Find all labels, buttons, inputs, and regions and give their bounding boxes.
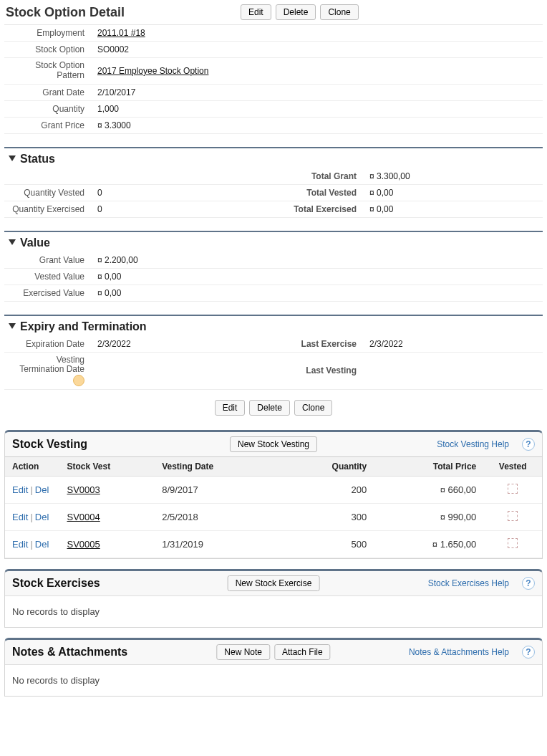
clone-button-footer[interactable]: Clone bbox=[294, 400, 332, 416]
col-total-price: Total Price bbox=[374, 457, 483, 477]
stock-vest-link[interactable]: SV0003 bbox=[67, 484, 100, 495]
section-title: Value bbox=[20, 236, 50, 249]
col-vested: Vested bbox=[483, 457, 542, 477]
quantity-cell: 500 bbox=[271, 531, 374, 558]
expiration-date-label: Expiration Date bbox=[4, 339, 97, 349]
svg-marker-0 bbox=[9, 155, 16, 161]
collapse-icon[interactable] bbox=[9, 155, 16, 163]
stock-vest-link[interactable]: SV0004 bbox=[67, 512, 100, 522]
edit-link[interactable]: Edit bbox=[12, 539, 28, 550]
svg-marker-2 bbox=[9, 323, 16, 329]
page-header: Stock Option Detail Edit Delete Clone bbox=[4, 1, 543, 25]
grant-price-value: ¤ 3.3000 bbox=[97, 120, 543, 130]
quantity-cell: 300 bbox=[271, 504, 374, 531]
del-link[interactable]: Del bbox=[35, 484, 49, 495]
footer-button-row: Edit Delete Clone bbox=[4, 390, 543, 420]
total-price-cell: ¤ 990,00 bbox=[374, 504, 483, 531]
col-stock-vest: Stock Vest bbox=[60, 457, 155, 477]
detail-block: Employment 2011.01 #18 Stock Option SO00… bbox=[4, 25, 543, 134]
col-quantity: Quantity bbox=[271, 457, 374, 477]
vested-value-label: Vested Value bbox=[4, 272, 97, 282]
qty-exercised-value: 0 bbox=[97, 204, 255, 214]
section-title: Status bbox=[20, 153, 55, 166]
attach-file-button[interactable]: Attach File bbox=[274, 644, 331, 660]
col-vesting-date: Vesting Date bbox=[155, 457, 271, 477]
vesting-term-date-label: VestingTermination Date bbox=[4, 355, 97, 387]
related-list-title: Stock Vesting bbox=[12, 438, 417, 451]
stock-vesting-table: Action Stock Vest Vesting Date Quantity … bbox=[5, 457, 542, 558]
del-link[interactable]: Del bbox=[35, 512, 49, 522]
total-price-cell: ¤ 1.650,00 bbox=[374, 531, 483, 558]
col-action: Action bbox=[5, 457, 60, 477]
total-grant-label: Total Grant bbox=[255, 171, 369, 181]
exercised-value-label: Exercised Value bbox=[4, 288, 97, 298]
total-exercised-label: Total Exercised bbox=[255, 204, 369, 214]
collapse-icon[interactable] bbox=[9, 239, 16, 247]
vesting-date-cell: 1/31/2019 bbox=[155, 531, 271, 558]
vested-checkbox bbox=[508, 538, 518, 548]
new-note-button[interactable]: New Note bbox=[216, 644, 270, 660]
total-price-cell: ¤ 660,00 bbox=[374, 477, 483, 504]
field-label: Grant Price bbox=[4, 120, 97, 130]
quantity-cell: 200 bbox=[271, 477, 374, 504]
stock-exercises-list: Stock Exercises Stock Exercises Help ? N… bbox=[4, 569, 543, 628]
total-exercised-value: ¤ 0,00 bbox=[369, 204, 543, 214]
stock-vesting-list: Stock Vesting Stock Vesting Help ? New S… bbox=[4, 430, 543, 559]
field-label: Grant Date bbox=[4, 87, 97, 97]
vesting-date-cell: 8/9/2017 bbox=[155, 477, 271, 504]
help-icon[interactable]: ? bbox=[522, 438, 535, 451]
new-stock-exercise-button[interactable]: New Stock Exercise bbox=[228, 575, 320, 591]
related-list-title: Notes & Attachments bbox=[12, 646, 389, 659]
vested-checkbox bbox=[508, 484, 518, 494]
section-title: Expiry and Termination bbox=[20, 320, 147, 333]
help-icon[interactable]: ? bbox=[522, 577, 535, 590]
qty-vested-value: 0 bbox=[97, 188, 255, 198]
expiry-section: Expiry and Termination Expiration Date 2… bbox=[4, 315, 543, 391]
svg-marker-1 bbox=[9, 239, 16, 245]
stock-vest-link[interactable]: SV0005 bbox=[67, 539, 100, 550]
employment-link[interactable]: 2011.01 #18 bbox=[97, 28, 145, 38]
expiration-date-value: 2/3/2022 bbox=[97, 339, 255, 349]
last-vesting-label: Last Vesting bbox=[255, 365, 369, 375]
page-title: Stock Option Detail bbox=[4, 5, 241, 20]
qty-vested-label: Quantity Vested bbox=[4, 188, 97, 198]
edit-link[interactable]: Edit bbox=[12, 512, 28, 522]
stock-exercises-help-link[interactable]: Stock Exercises Help bbox=[428, 578, 509, 588]
delete-button-footer[interactable]: Delete bbox=[249, 400, 290, 416]
stock-vesting-help-link[interactable]: Stock Vesting Help bbox=[437, 439, 509, 449]
vested-checkbox bbox=[508, 511, 518, 521]
total-vested-label: Total Vested bbox=[255, 188, 369, 198]
vesting-date-cell: 2/5/2018 bbox=[155, 504, 271, 531]
exercised-value-value: ¤ 0,00 bbox=[97, 288, 543, 298]
edit-button[interactable]: Edit bbox=[241, 4, 271, 20]
edit-link[interactable]: Edit bbox=[12, 484, 28, 495]
notes-attachments-list: Notes & Attachments Notes & Attachments … bbox=[4, 638, 543, 697]
empty-message: No records to display bbox=[5, 664, 542, 696]
field-label: Stock Option bbox=[4, 44, 97, 54]
empty-message: No records to display bbox=[5, 595, 542, 627]
total-vested-value: ¤ 0,00 bbox=[369, 188, 543, 198]
quantity-value: 1,000 bbox=[97, 104, 543, 114]
vested-value-value: ¤ 0,00 bbox=[97, 272, 543, 282]
field-label: Quantity bbox=[4, 104, 97, 114]
last-exercise-label: Last Exercise bbox=[255, 339, 369, 349]
related-list-title: Stock Exercises bbox=[12, 577, 408, 590]
collapse-icon[interactable] bbox=[9, 323, 16, 330]
pattern-link[interactable]: 2017 Employee Stock Option bbox=[97, 66, 208, 76]
clone-button[interactable]: Clone bbox=[320, 4, 358, 20]
help-icon[interactable]: ? bbox=[522, 646, 535, 659]
status-section: Status Total Grant ¤ 3.300,00 Quantity V… bbox=[4, 147, 543, 218]
new-stock-vesting-button[interactable]: New Stock Vesting bbox=[230, 436, 317, 452]
stock-option-value: SO0002 bbox=[97, 44, 543, 54]
notes-help-link[interactable]: Notes & Attachments Help bbox=[409, 647, 509, 657]
help-icon[interactable] bbox=[73, 375, 84, 386]
grant-date-value: 2/10/2017 bbox=[97, 87, 543, 97]
grant-value-value: ¤ 2.200,00 bbox=[97, 255, 543, 265]
field-label: Employment bbox=[4, 28, 97, 38]
table-row: Edit|DelSV00038/9/2017200¤ 660,00 bbox=[5, 477, 542, 504]
value-section: Value Grant Value ¤ 2.200,00 Vested Valu… bbox=[4, 231, 543, 302]
delete-button[interactable]: Delete bbox=[276, 4, 316, 20]
edit-button-footer[interactable]: Edit bbox=[215, 400, 246, 416]
table-row: Edit|DelSV00051/31/2019500¤ 1.650,00 bbox=[5, 531, 542, 558]
del-link[interactable]: Del bbox=[35, 539, 49, 550]
